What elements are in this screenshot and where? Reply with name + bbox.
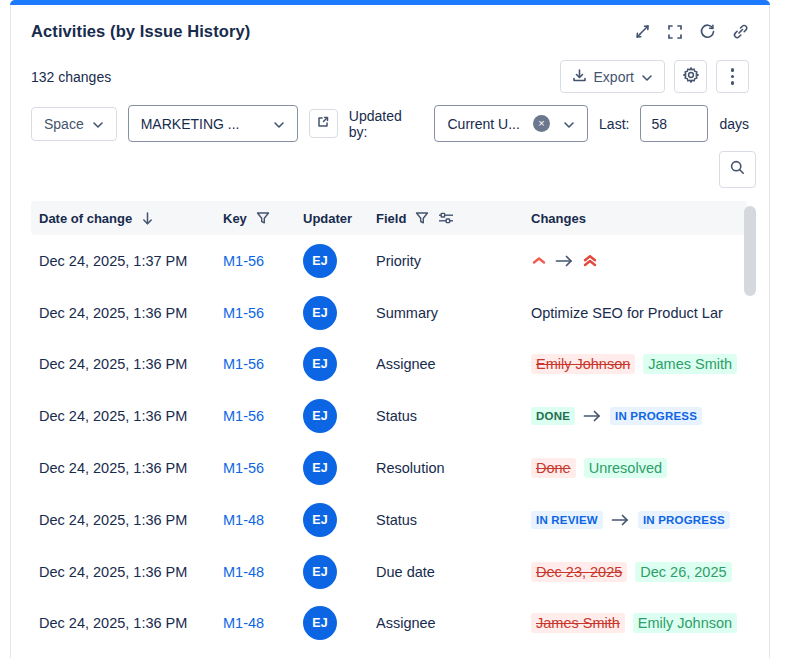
space-dropdown[interactable]: Space bbox=[31, 107, 117, 141]
col-label-date: Date of change bbox=[39, 211, 132, 226]
filter-bar: Space MARKETING ... Updated by: Current … bbox=[31, 105, 749, 142]
chevron-down-icon bbox=[92, 116, 104, 132]
cell-field: Assignee bbox=[376, 356, 531, 372]
page-title: Activities (by Issue History) bbox=[31, 22, 250, 41]
priority-highest-icon bbox=[582, 253, 598, 268]
status-badge-new: IN PROGRESS bbox=[638, 511, 730, 529]
updater-avatar: EJ bbox=[303, 503, 337, 537]
kebab-menu-icon bbox=[731, 68, 735, 85]
change-text: Optimize SEO for Product Lar bbox=[531, 305, 723, 321]
cell-field: Priority bbox=[376, 253, 531, 269]
chevron-down-icon bbox=[641, 69, 653, 85]
old-value-badge: Dec 23, 2025 bbox=[531, 562, 627, 582]
cell-changes: Dec 23, 2025Dec 26, 2025 bbox=[531, 562, 747, 582]
table-row: Dec 24, 2025, 1:36 PMM1-56EJResolutionDo… bbox=[31, 442, 747, 494]
search-bar bbox=[31, 151, 749, 188]
fullscreen-icon[interactable] bbox=[667, 24, 683, 40]
updater-avatar: EJ bbox=[303, 399, 337, 433]
new-value-badge: Unresolved bbox=[584, 458, 667, 478]
updater-avatar: EJ bbox=[303, 606, 337, 640]
old-value-badge: Emily Johnson bbox=[531, 354, 635, 374]
filter-icon[interactable] bbox=[415, 211, 429, 225]
days-input[interactable] bbox=[640, 105, 708, 142]
export-label: Export bbox=[594, 69, 634, 85]
table-row: Dec 24, 2025, 1:36 PMM1-48EJAssigneeJame… bbox=[31, 598, 747, 650]
cell-date: Dec 24, 2025, 1:36 PM bbox=[39, 356, 223, 372]
chevron-down-icon bbox=[563, 116, 575, 132]
gear-icon bbox=[682, 66, 700, 87]
col-label-field: Field bbox=[376, 211, 406, 226]
settings-button[interactable] bbox=[674, 60, 707, 93]
more-menu-button[interactable] bbox=[716, 60, 749, 93]
new-value-badge: James Smith bbox=[643, 354, 737, 374]
updater-avatar: EJ bbox=[303, 555, 337, 589]
sort-desc-icon[interactable] bbox=[141, 211, 154, 226]
vertical-scrollbar[interactable] bbox=[744, 206, 756, 296]
cell-field: Summary bbox=[376, 305, 531, 321]
col-updater: Updater bbox=[303, 211, 376, 226]
new-value-badge: Dec 26, 2025 bbox=[635, 562, 731, 582]
search-button[interactable] bbox=[719, 151, 756, 188]
changes-count: 132 changes bbox=[31, 69, 111, 85]
table-row: Dec 24, 2025, 1:36 PMM1-48EJStatusIN REV… bbox=[31, 494, 747, 546]
issue-key-link[interactable]: M1-56 bbox=[223, 408, 264, 424]
clear-user-icon[interactable]: × bbox=[533, 115, 550, 132]
table-row: Dec 24, 2025, 1:36 PMM1-56EJSummaryOptim… bbox=[31, 287, 747, 339]
open-project-button[interactable] bbox=[309, 109, 338, 138]
status-badge-old: DONE bbox=[531, 407, 575, 425]
panel-header: Activities (by Issue History) bbox=[31, 22, 749, 41]
filter-icon[interactable] bbox=[256, 211, 270, 225]
issue-key-link[interactable]: M1-48 bbox=[223, 512, 264, 528]
refresh-icon[interactable] bbox=[699, 23, 716, 40]
cell-date: Dec 24, 2025, 1:36 PM bbox=[39, 305, 223, 321]
col-changes: Changes bbox=[531, 211, 747, 226]
issue-key-link[interactable]: M1-48 bbox=[223, 615, 264, 631]
export-button[interactable]: Export bbox=[560, 60, 665, 93]
external-link-icon bbox=[316, 115, 330, 132]
project-dropdown-value: MARKETING ... bbox=[141, 116, 240, 132]
activities-panel: Activities (by Issue History) 132 change… bbox=[10, 0, 770, 658]
search-icon bbox=[729, 159, 746, 180]
field-settings-icon[interactable] bbox=[438, 211, 454, 225]
updater-avatar: EJ bbox=[303, 244, 337, 278]
table-header: Date of change Key Updater Field Changes bbox=[31, 201, 747, 235]
updater-avatar: EJ bbox=[303, 451, 337, 485]
space-dropdown-label: Space bbox=[44, 116, 84, 132]
cell-date: Dec 24, 2025, 1:36 PM bbox=[39, 512, 223, 528]
cell-changes bbox=[531, 253, 747, 268]
issue-key-link[interactable]: M1-56 bbox=[223, 460, 264, 476]
issue-key-link[interactable]: M1-56 bbox=[223, 356, 264, 372]
cell-field: Status bbox=[376, 512, 531, 528]
issue-key-link[interactable]: M1-56 bbox=[223, 253, 264, 269]
table-row: Dec 24, 2025, 1:36 PMM1-56EJAssigneeEmil… bbox=[31, 339, 747, 391]
issue-key-link[interactable]: M1-48 bbox=[223, 564, 264, 580]
project-dropdown[interactable]: MARKETING ... bbox=[128, 105, 298, 142]
cell-date: Dec 24, 2025, 1:36 PM bbox=[39, 564, 223, 580]
cell-date: Dec 24, 2025, 1:37 PM bbox=[39, 253, 223, 269]
updater-avatar: EJ bbox=[303, 347, 337, 381]
days-label: days bbox=[719, 116, 749, 132]
cell-changes: DONEIN PROGRESS bbox=[531, 407, 747, 425]
updater-avatar: EJ bbox=[303, 296, 337, 330]
col-label-updater: Updater bbox=[303, 211, 352, 226]
status-badge-new: IN PROGRESS bbox=[610, 407, 702, 425]
cell-field: Status bbox=[376, 408, 531, 424]
table-row: Dec 24, 2025, 1:36 PMM1-48EJDue dateDec … bbox=[31, 546, 747, 598]
updated-by-label: Updated by: bbox=[349, 108, 424, 140]
cell-field: Assignee bbox=[376, 615, 531, 631]
col-field: Field bbox=[376, 211, 531, 226]
updated-by-dropdown[interactable]: Current U... × bbox=[434, 105, 588, 142]
toolbar-actions: Export bbox=[560, 60, 749, 93]
cell-changes: IN REVIEWIN PROGRESS bbox=[531, 511, 747, 529]
issue-key-link[interactable]: M1-56 bbox=[223, 305, 264, 321]
table-row: Dec 24, 2025, 1:36 PMM1-56EJStatusDONEIN… bbox=[31, 390, 747, 442]
change-arrow-icon bbox=[583, 410, 602, 422]
link-icon[interactable] bbox=[732, 23, 749, 40]
status-badge-old: IN REVIEW bbox=[531, 511, 603, 529]
priority-high-icon bbox=[531, 253, 547, 268]
old-value-badge: Done bbox=[531, 458, 576, 478]
cell-date: Dec 24, 2025, 1:36 PM bbox=[39, 460, 223, 476]
toolbar: 132 changes Export bbox=[31, 60, 749, 93]
collapse-icon[interactable] bbox=[634, 23, 651, 40]
cell-date: Dec 24, 2025, 1:36 PM bbox=[39, 408, 223, 424]
